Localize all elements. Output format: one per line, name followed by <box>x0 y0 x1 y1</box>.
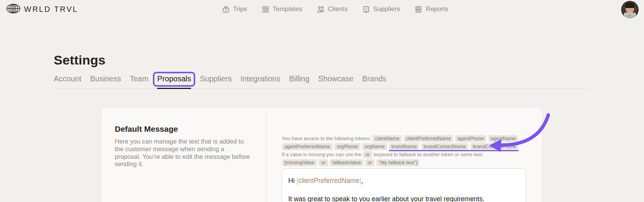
nav-item-clients[interactable]: Clients <box>317 5 348 13</box>
user-avatar[interactable] <box>621 1 639 18</box>
example-chip: or <box>365 159 374 166</box>
message-greeting: Hi [clientPreferredName], <box>288 177 520 185</box>
brand-name: WRLD TRVL <box>24 5 78 14</box>
tab-billing[interactable]: Billing <box>289 74 309 83</box>
tab-proposals-label: Proposals <box>157 74 191 83</box>
top-nav-bar: WRLD TRVL Trips Templates <box>0 0 644 18</box>
building-icon <box>362 5 370 13</box>
tab-business[interactable]: Business <box>90 74 121 83</box>
active-tab-underline <box>157 88 191 89</box>
tab-proposals[interactable]: Proposals <box>157 74 191 83</box>
default-message-card: Default Message Here you can manage the … <box>101 108 542 202</box>
token-chip: agentPhone <box>455 135 486 142</box>
brand-logo[interactable]: WRLD TRVL <box>6 3 78 15</box>
settings-tabs: Account Business Team Proposals Supplier… <box>54 74 588 89</box>
tab-integrations[interactable]: Integrations <box>241 74 281 83</box>
tab-suppliers[interactable]: Suppliers <box>200 74 231 83</box>
nav-label: Trips <box>233 5 247 13</box>
avatar-laptop-logo <box>629 15 631 16</box>
tab-account[interactable]: Account <box>54 74 81 83</box>
nav-label: Suppliers <box>373 5 400 13</box>
avatar-cap <box>625 2 635 8</box>
globe-icon <box>6 3 21 15</box>
section-title: Default Message <box>115 124 251 134</box>
message-editor[interactable]: Hi [clientPreferredName], It was great t… <box>282 168 526 202</box>
briefcase-icon <box>222 5 230 13</box>
token-chip: clientName <box>373 135 401 142</box>
token-chip: orgName <box>362 143 387 150</box>
tab-team[interactable]: Team <box>130 74 148 83</box>
tokens-line-1: You have access to the following tokens:… <box>282 135 526 142</box>
page-title: Settings <box>54 53 588 68</box>
message-body: It was great to speak to you earlier abo… <box>288 195 520 202</box>
nav-item-suppliers[interactable]: Suppliers <box>362 5 400 13</box>
settings-page: Settings Account Business Team Proposals… <box>0 53 644 202</box>
tokens-help-text: You have access to the following tokens:… <box>282 135 526 166</box>
example-chip: fallbackValue <box>330 159 363 166</box>
nav-label: Reports <box>426 5 448 13</box>
example-chip: "My fallback text"] <box>376 159 419 166</box>
section-description: Here you can manage the text that is add… <box>115 138 251 168</box>
nav-item-trips[interactable]: Trips <box>222 5 247 13</box>
default-message-info: Default Message Here you can manage the … <box>101 108 266 202</box>
nav-item-reports[interactable]: Reports <box>414 5 448 13</box>
message-token: clientPreferredName <box>298 177 359 184</box>
tokens-fallback-line: If a value is missing you can use the or… <box>282 151 526 158</box>
default-message-editor-panel: You have access to the following tokens:… <box>267 108 542 202</box>
tab-showcase[interactable]: Showcase <box>318 74 353 83</box>
grid-icon <box>262 5 270 13</box>
token-chip-brand-name: brandName <box>389 143 419 150</box>
token-chip: orgPhone <box>334 143 360 150</box>
token-chip: clientPreferredName <box>404 135 453 142</box>
nav-item-templates[interactable]: Templates <box>262 5 302 13</box>
token-chip-brand-contact-phone: brandContactPhone <box>471 143 519 150</box>
example-chip: or <box>319 159 328 166</box>
example-chip: [missingValue <box>282 159 317 166</box>
token-chip-brand-contact-name: brandContactName <box>421 143 468 150</box>
people-icon <box>317 5 325 13</box>
main-nav: Trips Templates <box>222 5 448 13</box>
reports-icon <box>414 5 422 13</box>
or-keyword-chip: or <box>363 151 372 158</box>
nav-label: Clients <box>328 5 348 13</box>
nav-label: Templates <box>273 5 302 13</box>
tokens-example-line: [missingValue or fallbackValue or "My fa… <box>282 159 526 166</box>
tokens-line-2: agentPreferredName orgPhone orgName bran… <box>282 143 526 150</box>
annotation-underline-group: brandName brandContactName brandContactP… <box>389 144 519 151</box>
token-chip: agentName <box>488 135 518 142</box>
token-chip: agentPreferredName <box>282 143 332 150</box>
tab-brands[interactable]: Brands <box>362 74 386 83</box>
